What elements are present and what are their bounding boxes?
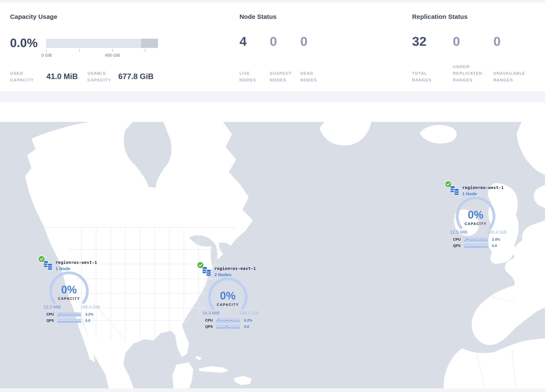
node-count-link[interactable]: 1 Node (462, 191, 477, 196)
qps-sparkline (464, 244, 488, 248)
used-capacity-label: USED (10, 71, 23, 75)
cpu-metric-row: CPU 3.2% (38, 312, 100, 317)
capacity-label: CAPACITY (444, 222, 507, 226)
database-nodes-icon (201, 266, 212, 278)
axis-tick (79, 49, 80, 52)
capacity-usage-percent: 0.0% (10, 37, 38, 49)
under-replicated-ranges-count: 0 (453, 35, 460, 48)
under-replicated-ranges-label: REPLICATED (453, 71, 483, 75)
region-label: region=us-west-1 (56, 260, 97, 265)
axis-tick-label: 0 GiB (34, 53, 59, 58)
map-toolbar: Node Map Cluster 10m Past 10 Minutes Now (0, 102, 545, 122)
node-status-title: Node Status (240, 13, 277, 20)
total-capacity-value: 338.9 GiB (239, 311, 259, 315)
qps-value: 0.0 (492, 244, 497, 248)
capacity-values: 12.5 MiB 169.4 GiB (450, 230, 507, 234)
capacity-bar-reserved-segment (141, 39, 158, 48)
live-nodes-label: LIVE (240, 71, 250, 75)
usable-capacity-label: CAPACITY (87, 78, 111, 82)
qps-label: QPS (444, 244, 461, 248)
capacity-label: CAPACITY (196, 303, 259, 307)
region-label: region=us-east-1 (214, 266, 256, 271)
node-map: region=us-west-1 1 Node 0% CAPACITY 12.2… (0, 122, 545, 388)
suspect-nodes-count: 0 (270, 35, 277, 48)
qps-metric-row: QPS 0.0 (196, 324, 259, 329)
qps-metric-row: QPS 0.0 (444, 243, 507, 248)
usable-capacity-label: USABLE (87, 71, 106, 75)
qps-sparkline (216, 325, 240, 329)
unavailable-ranges-label: RANGES (493, 78, 513, 82)
capacity-values: 12.2 MiB 169.4 GiB (43, 305, 100, 309)
region-marker[interactable]: region=us-east-1 2 Nodes 0% CAPACITY 16.… (196, 260, 259, 331)
cluster-summary-bar: Capacity Usage 0.0% 0 GiB 400 GiB USED C… (0, 2, 545, 92)
capacity-usage-title: Capacity Usage (10, 13, 57, 20)
cpu-label: CPU (196, 318, 213, 323)
capacity-percent: 0% (196, 290, 259, 301)
cpu-value: 3.2% (85, 312, 93, 317)
used-capacity-value: 12.2 MiB (43, 305, 61, 309)
node-count-link[interactable]: 1 Node (56, 266, 70, 271)
replication-status-title: Replication Status (412, 13, 467, 20)
cpu-label: CPU (444, 237, 461, 242)
usable-capacity-value: 677.8 GiB (118, 73, 154, 80)
total-ranges-label: RANGES (412, 78, 432, 82)
axis-tick (145, 49, 145, 52)
under-replicated-ranges-label: RANGES (453, 78, 473, 82)
qps-label: QPS (196, 325, 213, 329)
capacity-values: 16.3 MiB 338.9 GiB (202, 311, 259, 315)
node-count-link[interactable]: 2 Nodes (214, 272, 232, 277)
dead-nodes-count: 0 (300, 35, 307, 48)
unavailable-ranges-label: UNAVAILABLE (493, 71, 525, 75)
cpu-sparkline (216, 319, 240, 323)
used-capacity-value: 16.3 MiB (202, 311, 220, 315)
axis-tick (112, 49, 113, 52)
live-nodes-count: 4 (240, 35, 247, 48)
used-capacity-value: 41.0 MiB (46, 73, 78, 80)
cpu-metric-row: CPU 5.2% (196, 318, 259, 323)
qps-metric-row: QPS 0.0 (38, 318, 100, 323)
under-replicated-ranges-label: UNDER- (453, 65, 471, 68)
capacity-percent: 0% (444, 209, 507, 220)
cpu-sparkline (464, 238, 488, 242)
dead-nodes-label: NODES (300, 78, 317, 82)
used-capacity-value: 12.5 MiB (450, 230, 467, 234)
cpu-value: 5.2% (244, 318, 252, 323)
cpu-label: CPU (38, 312, 54, 317)
cpu-value: 2.4% (492, 237, 500, 242)
unavailable-ranges-count: 0 (493, 35, 501, 48)
qps-sparkline (57, 319, 81, 323)
region-marker[interactable]: region=us-west-1 1 Node 0% CAPACITY 12.2… (38, 254, 100, 325)
region-marker[interactable]: region=eu-west-1 1 Node 0% CAPACITY 12.5… (444, 179, 507, 250)
live-nodes-label: NODES (240, 78, 256, 82)
capacity-label: CAPACITY (38, 297, 100, 301)
suspect-nodes-label: SUSPECT (270, 71, 292, 75)
region-label: region=eu-west-1 (462, 185, 504, 190)
qps-value: 0.0 (85, 319, 90, 323)
capacity-usage-bar (46, 39, 158, 48)
total-ranges-count: 32 (412, 35, 427, 48)
database-nodes-icon (449, 185, 460, 197)
dead-nodes-label: DEAD (300, 71, 313, 75)
qps-value: 0.0 (244, 325, 249, 329)
total-capacity-value: 169.4 GiB (487, 230, 507, 234)
total-capacity-value: 169.4 GiB (81, 305, 100, 309)
cpu-sparkline (57, 312, 81, 317)
cpu-metric-row: CPU 2.4% (444, 237, 507, 242)
axis-tick (46, 49, 47, 52)
qps-label: QPS (38, 319, 54, 323)
axis-tick-label: 400 GiB (100, 53, 125, 58)
database-nodes-icon (43, 260, 54, 272)
used-capacity-label: CAPACITY (10, 78, 34, 82)
suspect-nodes-label: NODES (270, 78, 286, 82)
capacity-percent: 0% (38, 284, 100, 295)
total-ranges-label: TOTAL (412, 71, 427, 75)
